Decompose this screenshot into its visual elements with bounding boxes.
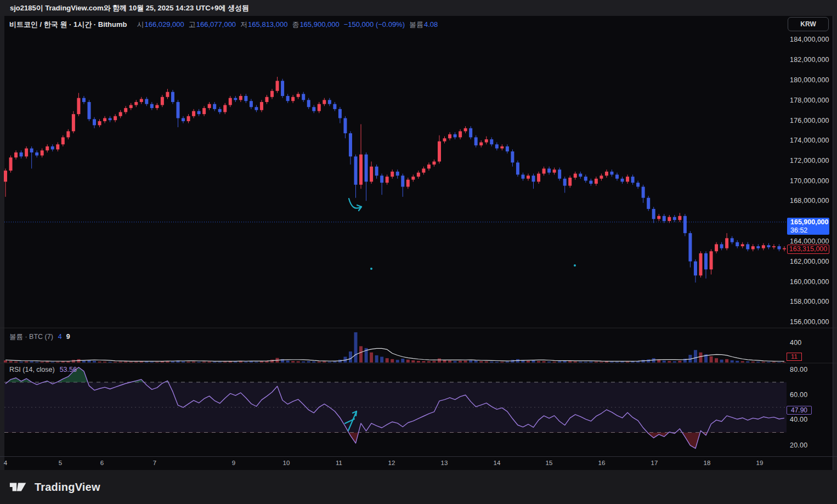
close-label: 종: [292, 20, 299, 29]
volume-legend-value: 4: [58, 333, 62, 341]
price-axis-label: 170,000,000: [790, 177, 829, 185]
time-axis-label: 9: [232, 460, 235, 466]
attribution-text: sjo2185이 TradingView.com와 함께 10월 25, 202…: [10, 4, 249, 12]
time-axis-label: 12: [388, 460, 395, 466]
close-value: 165,900,000: [299, 20, 339, 29]
price-axis-label: 160,000,000: [790, 278, 829, 286]
time-axis-label: 18: [704, 460, 711, 466]
last-price-badge: 163,315,000: [787, 245, 829, 254]
attribution-bar: sjo2185이 TradingView.com와 함께 10월 25, 202…: [0, 0, 837, 16]
time-axis-label: 15: [546, 460, 553, 466]
rsi-legend-value: 53.56: [60, 366, 77, 373]
currency-toggle-button[interactable]: KRW: [788, 17, 829, 31]
time-axis-label: 10: [283, 460, 290, 466]
time-axis-label: 6: [100, 460, 104, 466]
volume-ma-value: 9: [66, 333, 70, 341]
price-axis-label: 158,000,000: [790, 298, 829, 305]
time-axis-label: 11: [336, 460, 342, 466]
low-value: 165,813,000: [248, 20, 287, 29]
rsi-axis-label: 60.00: [790, 391, 807, 399]
price-axis-label: 184,000,000: [790, 36, 829, 43]
rsi-axis-label: 80.00: [790, 366, 807, 373]
current-price-value: 165,900,000: [790, 218, 829, 226]
price-axis-label: 180,000,000: [790, 76, 829, 84]
rsi-pane-legend[interactable]: RSI (14, close)53.56: [9, 366, 77, 373]
price-axis-label: 172,000,000: [790, 157, 829, 165]
time-axis-label: 13: [441, 460, 448, 466]
rsi-legend-title[interactable]: RSI (14, close): [9, 366, 55, 373]
rsi-axis-label: 20.00: [790, 441, 807, 449]
symbol-title[interactable]: 비트코인 / 한국 원 · 1시간 · Bithumb: [9, 20, 127, 29]
price-axis-label: 182,000,000: [790, 56, 829, 64]
footer-bar: TradingView: [0, 470, 837, 504]
price-axis-label: 174,000,000: [790, 137, 829, 144]
time-axis-label: 19: [756, 460, 764, 466]
high-label: 고: [189, 20, 196, 29]
tradingview-snapshot: sjo2185이 TradingView.com와 함께 10월 25, 202…: [0, 0, 837, 504]
volume-pane-legend[interactable]: 볼륨 · BTC (7)49: [9, 332, 70, 342]
bar-countdown: 36:52: [790, 226, 829, 235]
high-value: 166,077,000: [196, 20, 236, 29]
change-value: −150,000 (−0.09%): [344, 20, 405, 29]
time-axis-label: 17: [651, 460, 658, 466]
tradingview-logo-text: TradingView: [35, 481, 100, 494]
volume-legend-title[interactable]: 볼륨 · BTC (7): [9, 333, 53, 341]
time-axis-label: 4: [4, 460, 7, 466]
tradingview-logo-icon: [9, 480, 30, 494]
volume-axis-label: 400: [790, 339, 801, 347]
price-axis-label: 162,000,000: [790, 258, 829, 265]
time-axis-label: 7: [153, 460, 156, 466]
price-axis-label: 156,000,000: [790, 318, 829, 326]
open-value: 166,029,000: [145, 20, 184, 29]
symbol-info-row[interactable]: 비트코인 / 한국 원 · 1시간 · Bithumb시166,029,000고…: [9, 20, 438, 30]
volume-axis-badge: 11: [787, 353, 802, 361]
volume-label: 볼륨: [409, 20, 423, 29]
time-axis-label: 16: [598, 460, 606, 466]
chart-canvas[interactable]: [4, 16, 833, 470]
price-axis-label: 178,000,000: [790, 97, 829, 104]
price-axis-label: 176,000,000: [790, 117, 829, 124]
time-axis-label: 5: [59, 460, 62, 466]
price-axis-label: 168,000,000: [790, 197, 829, 205]
low-label: 저: [240, 20, 247, 29]
current-price-badge: 165,900,000 36:52: [787, 218, 829, 235]
volume-value: 4.08: [424, 20, 438, 29]
rsi-axis-badge: 47.90: [787, 406, 812, 415]
time-axis-label: 14: [494, 460, 501, 466]
open-label: 시: [137, 20, 144, 29]
price-axis-label: 164,000,000: [790, 237, 829, 245]
rsi-axis-label: 40.00: [790, 416, 807, 423]
